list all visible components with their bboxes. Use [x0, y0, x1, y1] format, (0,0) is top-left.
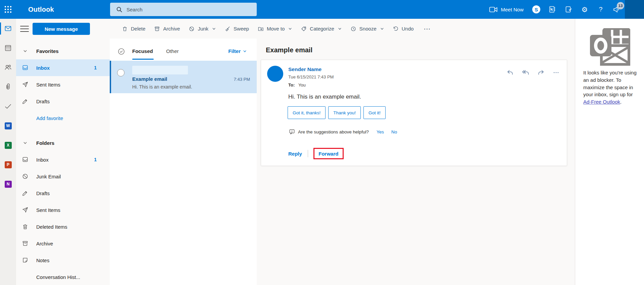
folder-label: Conversation Hist...	[36, 274, 80, 280]
meet-now-button[interactable]: Meet Now	[485, 0, 528, 19]
settings-button[interactable]: ⚙	[577, 0, 593, 19]
reading-pane: Example email Sender Name Tue 6/15/2021 …	[257, 39, 575, 285]
forward-button[interactable]: Forward	[318, 151, 338, 157]
sidebar-item-drafts-favorite[interactable]: Drafts	[16, 93, 110, 110]
onenote-feed-button[interactable]	[544, 0, 560, 19]
ad-free-outlook-link[interactable]: Ad-Free Outlook	[583, 99, 620, 105]
delete-button[interactable]: Delete	[118, 26, 149, 32]
sidebar-item-sent-favorite[interactable]: Sent Items	[16, 76, 110, 93]
feedback-yes-link[interactable]: Yes	[377, 129, 384, 134]
rail-people-button[interactable]	[0, 58, 16, 77]
tab-focused[interactable]: Focused	[132, 48, 153, 54]
skype-button[interactable]: S	[528, 0, 544, 19]
help-button[interactable]: ?	[593, 0, 609, 19]
section-label: Favorites	[36, 48, 59, 54]
more-actions-button[interactable]	[553, 69, 559, 76]
select-all-button[interactable]	[117, 48, 125, 55]
new-message-button[interactable]: New message	[33, 23, 90, 35]
meet-now-label: Meet Now	[501, 7, 524, 12]
filter-button[interactable]: Filter	[228, 48, 247, 54]
section-label: Folders	[36, 140, 54, 146]
folder-label: Drafts	[36, 99, 50, 104]
sidebar-item-notes[interactable]: Notes	[16, 252, 110, 269]
notification-badge: 13	[617, 2, 624, 9]
skype-icon: S	[532, 5, 540, 13]
forward-icon-button[interactable]	[538, 69, 545, 76]
folders-section-header[interactable]: Folders	[16, 134, 110, 151]
message-card: Sender Name Tue 6/15/2021 7:43 PM To: Yo…	[261, 60, 567, 166]
folder-label: Sent Items	[36, 207, 60, 213]
suggested-reply-button[interactable]: Got it, thanks!	[288, 106, 326, 119]
mail-icon	[4, 24, 12, 33]
trash-icon	[22, 223, 29, 230]
rail-attachments-button[interactable]	[0, 77, 16, 97]
more-commands-button[interactable]: ⋯	[419, 25, 436, 33]
undo-button[interactable]: Undo	[389, 26, 417, 32]
sidebar-item-sent[interactable]: Sent Items	[16, 202, 110, 218]
undo-icon	[393, 26, 399, 32]
rail-powerpoint-button[interactable]: P	[0, 155, 16, 174]
app-launcher-button[interactable]	[0, 0, 16, 19]
reply-icon-button[interactable]	[506, 69, 513, 76]
email-select-checkbox[interactable]	[117, 69, 125, 76]
email-list-item[interactable]: Example email 7:43 PM Hi. This is an exa…	[110, 61, 257, 93]
move-to-button[interactable]: Move to	[254, 26, 295, 32]
message-body: Hi. This is an example email.	[288, 94, 361, 100]
rail-excel-button[interactable]: X	[0, 135, 16, 155]
suggested-reply-button[interactable]: Got it!	[363, 106, 386, 119]
message-actions	[506, 69, 559, 76]
sidebar-item-deleted[interactable]: Deleted Items	[16, 218, 110, 235]
tool-label: Move to	[267, 26, 285, 32]
categorize-button[interactable]: Categorize	[297, 26, 345, 32]
sender-name[interactable]: Sender Name	[288, 66, 321, 72]
sidebar-item-inbox-favorite[interactable]: Inbox 1	[16, 59, 110, 76]
junk-button[interactable]: Junk	[185, 26, 219, 32]
unread-count: 1	[94, 65, 110, 70]
block-icon	[22, 173, 29, 180]
video-camera-icon	[489, 7, 497, 12]
message-list-pane: Focused Other Filter Example email 7:43 …	[110, 39, 257, 285]
sweep-button[interactable]: Sweep	[221, 26, 252, 32]
sidebar-item-junk[interactable]: Junk Email	[16, 168, 110, 185]
snooze-button[interactable]: Snooze	[347, 26, 387, 32]
account-button[interactable]	[625, 0, 644, 19]
sidebar-item-conversation-history[interactable]: Conversation Hist...	[16, 269, 110, 285]
todo-tasks-button[interactable]	[560, 0, 577, 19]
search-icon	[116, 6, 122, 13]
chevron-down-icon	[338, 27, 342, 31]
to-value[interactable]: You	[298, 82, 306, 88]
feedback-bubble-icon	[289, 129, 295, 135]
tab-other[interactable]: Other	[166, 48, 179, 54]
chevron-down-icon	[288, 27, 292, 31]
sender-avatar[interactable]	[267, 66, 283, 82]
tasks-icon	[565, 6, 572, 13]
reply-button[interactable]: Reply	[288, 151, 302, 157]
sidebar-item-drafts[interactable]: Drafts	[16, 185, 110, 202]
add-favorite-button[interactable]: Add favorite	[16, 110, 110, 126]
feedback-no-link[interactable]: No	[391, 129, 397, 134]
rail-calendar-button[interactable]	[0, 38, 16, 58]
circle-check-icon	[117, 48, 125, 55]
rail-onenote-button[interactable]: N	[0, 174, 16, 194]
reply-all-icon-button[interactable]	[522, 69, 530, 76]
archive-button[interactable]: Archive	[151, 26, 183, 32]
inbox-icon	[22, 156, 29, 163]
search-input[interactable]	[127, 7, 237, 12]
rail-mail-button[interactable]	[0, 19, 16, 38]
excel-icon: X	[5, 142, 12, 149]
sidebar-item-inbox[interactable]: Inbox 1	[16, 151, 110, 168]
reply-all-icon	[522, 69, 530, 76]
collapse-sidebar-button[interactable]	[20, 26, 29, 32]
rail-word-button[interactable]: W	[0, 116, 16, 135]
message-datetime: Tue 6/15/2021 7:43 PM	[288, 74, 334, 79]
whats-new-button[interactable]: 13	[609, 0, 625, 19]
favorites-section-header[interactable]: Favorites	[16, 43, 110, 59]
search-box[interactable]	[110, 3, 257, 16]
rail-todo-button[interactable]	[0, 97, 16, 116]
outlook-grayscale-logo-icon	[589, 28, 630, 66]
chevron-down-icon	[243, 49, 247, 53]
sidebar-item-archive[interactable]: Archive	[16, 235, 110, 252]
suggested-reply-button[interactable]: Thank you!	[328, 106, 361, 119]
tool-label: Delete	[131, 26, 145, 32]
app-title: Outlook	[28, 6, 54, 13]
